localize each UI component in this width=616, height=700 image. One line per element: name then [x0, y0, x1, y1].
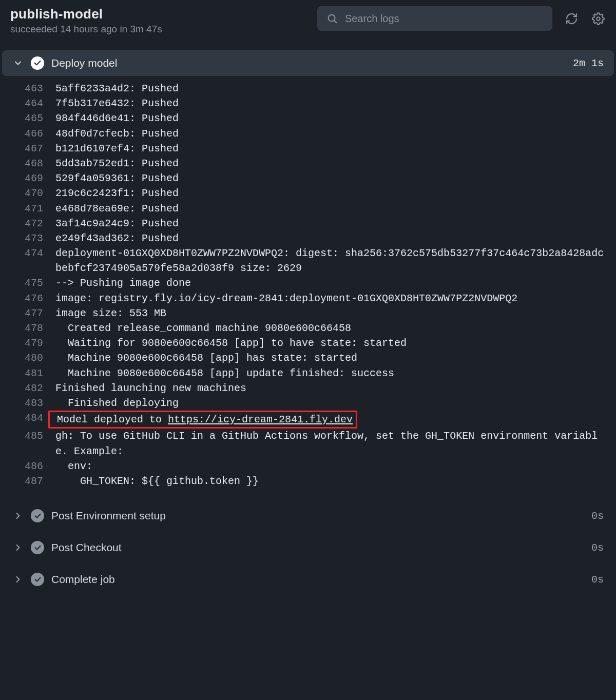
line-number: 471 [0, 201, 48, 216]
chevron-right-icon [12, 510, 24, 521]
step-header-deploy[interactable]: Deploy model 2m 1s [2, 50, 614, 76]
line-number: 468 [0, 156, 48, 171]
step-title: Post Checkout [51, 541, 584, 554]
line-text: --> Pushing image done [48, 276, 607, 290]
line-text: 219c6c2423f1: Pushed [48, 186, 607, 201]
line-text: Machine 9080e600c66458 [app] has state: … [48, 351, 607, 365]
line-number: 485 [0, 429, 48, 443]
log-line: 485gh: To use GitHub CLI in a GitHub Act… [0, 429, 616, 458]
run-subtitle: succeeded 14 hours ago in 3m 47s [10, 24, 308, 35]
log-line: 483 Finished deploying [0, 396, 616, 411]
step-title: Deploy model [51, 57, 566, 69]
line-number: 477 [0, 306, 48, 321]
line-text: 5dd3ab752ed1: Pushed [48, 156, 607, 171]
line-text: GH_TOKEN: ${{ github.token }} [48, 474, 607, 489]
step-header-collapsed[interactable]: Post Checkout0s [2, 538, 614, 557]
step-header-collapsed[interactable]: Complete job0s [2, 570, 614, 589]
line-text: Waiting for 9080e600c66458 [app] to have… [48, 336, 607, 351]
log-line: 486 env: [0, 459, 616, 474]
line-number: 478 [0, 321, 48, 336]
line-text: Machine 9080e600c66458 [app] update fini… [48, 366, 607, 381]
line-number: 474 [0, 246, 48, 261]
line-text: b121d6107ef4: Pushed [48, 141, 607, 156]
log-line: 467b121d6107ef4: Pushed [0, 141, 616, 156]
log-line: 481 Machine 9080e600c66458 [app] update … [0, 366, 616, 381]
log-line: 471e468d78ea69e: Pushed [0, 201, 616, 216]
search-icon [326, 13, 338, 24]
line-text: deployment-01GXQ0XD8HT0ZWW7PZ2NVDWPQ2: d… [48, 246, 607, 276]
log-line: 465984f446d6e41: Pushed [0, 111, 616, 126]
log-line: 469529f4a059361: Pushed [0, 171, 616, 186]
step-duration: 0s [591, 542, 604, 554]
line-number: 463 [0, 81, 48, 96]
step-title: Complete job [51, 573, 584, 586]
line-number: 476 [0, 291, 48, 306]
line-text: env: [48, 459, 607, 474]
check-icon [31, 573, 44, 586]
svg-line-1 [334, 21, 336, 23]
log-output: 4635aff6233a4d2: Pushed4647f5b317e6432: … [0, 79, 616, 494]
line-number: 487 [0, 474, 48, 489]
chevron-right-icon [12, 574, 24, 585]
line-number: 475 [0, 276, 48, 290]
step-duration: 0s [591, 574, 604, 586]
log-line: 473e249f43ad362: Pushed [0, 231, 616, 246]
deploy-url-link[interactable]: https://icy-dream-2841.fly.dev [168, 414, 353, 425]
log-line: 487 GH_TOKEN: ${{ github.token }} [0, 474, 616, 489]
page-title: publish-model [10, 6, 308, 22]
log-line: 480 Machine 9080e600c66458 [app] has sta… [0, 351, 616, 365]
step-header-collapsed[interactable]: Post Environment setup0s [2, 506, 614, 526]
check-icon [31, 541, 44, 554]
line-text: gh: To use GitHub CLI in a GitHub Action… [48, 429, 607, 458]
line-number: 479 [0, 336, 48, 351]
line-number: 465 [0, 111, 48, 126]
log-line: 4723af14c9a24c9: Pushed [0, 216, 616, 231]
line-number: 480 [0, 351, 48, 365]
line-text: e249f43ad362: Pushed [48, 231, 607, 246]
log-line: 4685dd3ab752ed1: Pushed [0, 156, 616, 171]
line-number: 467 [0, 141, 48, 156]
log-line: 477image size: 553 MB [0, 306, 616, 321]
line-text: image size: 553 MB [48, 306, 607, 321]
search-logs-box[interactable] [317, 6, 552, 31]
line-number: 472 [0, 216, 48, 231]
line-number: 484 [0, 411, 48, 425]
log-line: 474deployment-01GXQ0XD8HT0ZWW7PZ2NVDWPQ2… [0, 246, 616, 276]
step-title: Post Environment setup [51, 510, 584, 522]
refresh-button[interactable] [564, 11, 579, 26]
check-icon [31, 509, 44, 522]
gear-icon[interactable] [590, 11, 606, 26]
search-input[interactable] [345, 13, 543, 25]
svg-point-2 [596, 17, 600, 21]
line-text: 529f4a059361: Pushed [48, 171, 607, 186]
line-text: 5aff6233a4d2: Pushed [48, 81, 607, 96]
log-line: 476image: registry.fly.io/icy-dream-2841… [0, 291, 616, 306]
log-line: 478 Created release_command machine 9080… [0, 321, 616, 336]
line-text: Created release_command machine 9080e600… [48, 321, 607, 336]
line-number: 470 [0, 186, 48, 201]
log-line: 479 Waiting for 9080e600c66458 [app] to … [0, 336, 616, 351]
log-line-highlighted: 484Model deployed to https://icy-dream-2… [0, 411, 616, 429]
step-duration: 0s [591, 510, 604, 522]
line-text: 7f5b317e6432: Pushed [48, 96, 607, 111]
check-icon [31, 56, 44, 70]
line-number: 481 [0, 366, 48, 381]
line-number: 482 [0, 381, 48, 396]
highlight-prefix: Model deployed to [57, 414, 168, 425]
line-text: Finished deploying [48, 396, 607, 411]
chevron-right-icon [12, 542, 24, 553]
line-text: 48df0d7cfecb: Pushed [48, 126, 607, 141]
log-line: 46648df0d7cfecb: Pushed [0, 126, 616, 141]
line-text: image: registry.fly.io/icy-dream-2841:de… [48, 291, 607, 306]
line-text: Finished launching new machines [48, 381, 607, 396]
line-number: 473 [0, 231, 48, 246]
line-number: 469 [0, 171, 48, 186]
line-text: 984f446d6e41: Pushed [48, 111, 607, 126]
line-number: 486 [0, 459, 48, 474]
log-line: 475--> Pushing image done [0, 276, 616, 290]
truncated-log [0, 75, 616, 79]
line-number: 464 [0, 96, 48, 111]
line-text: e468d78ea69e: Pushed [48, 201, 607, 216]
log-line: 470219c6c2423f1: Pushed [0, 186, 616, 201]
log-line: 4647f5b317e6432: Pushed [0, 96, 616, 111]
